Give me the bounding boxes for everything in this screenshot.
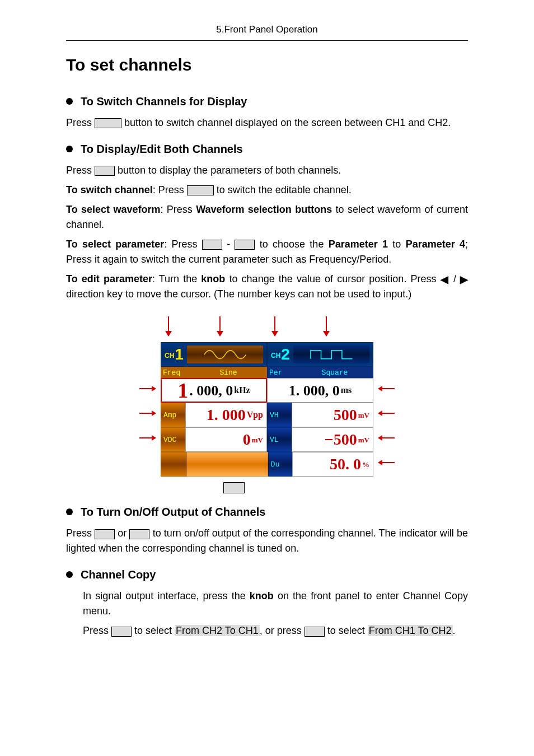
text-bold: knob — [250, 590, 274, 601]
arrow-left-icon — [378, 410, 395, 416]
paragraph: Press button to switch channel displayed… — [66, 115, 468, 130]
paragraph: Press to select From CH2 To CH1, or pres… — [83, 623, 468, 638]
paragraph: In signal output interface, press the kn… — [83, 589, 468, 619]
unit: mV — [358, 435, 369, 446]
text: In signal output interface, press the — [83, 590, 250, 601]
paragraph: Press or to turn on/off output of the co… — [66, 526, 468, 556]
lcd-screen: CH1 CH2 Freq Sine — [161, 342, 373, 477]
arrow-right-icon — [139, 410, 156, 416]
arrow-left-icon — [378, 460, 395, 465]
empty-cell — [161, 452, 186, 477]
ch1-freq-label: Freq — [161, 367, 190, 378]
button-placeholder — [187, 185, 214, 195]
empty-cell — [186, 452, 268, 477]
text: : Press — [160, 204, 196, 215]
text: button to switch channel displayed on th… — [121, 117, 451, 128]
text-bold: To edit parameter — [66, 273, 152, 284]
square-icon — [297, 348, 366, 361]
text: . — [453, 625, 456, 636]
arrow-right-icon — [139, 386, 156, 391]
button-placeholder — [223, 482, 245, 493]
arrow-down-icon — [271, 316, 278, 337]
ch1-vdc-label: VDC — [161, 427, 185, 452]
text-bold: Parameter 4 — [406, 239, 465, 250]
breadcrumb: 5.Front Panel Operation — [66, 22, 468, 37]
paragraph: To select waveform: Press Waveform selec… — [66, 202, 468, 232]
lcd-figure: CH1 CH2 Freq Sine — [144, 316, 390, 493]
text: to select — [325, 625, 368, 636]
text: 50. 0 — [330, 452, 361, 476]
text: −500 — [325, 428, 357, 451]
button-placeholder — [95, 118, 121, 128]
text: - — [222, 239, 235, 250]
lcd-row-freq: 1. 000, 0kHz 1. 000, 0ms — [161, 378, 373, 403]
text: Press — [66, 165, 95, 176]
text: : Press — [164, 239, 202, 250]
ch2-vl-value: −500mV — [292, 427, 373, 452]
text: Press — [66, 117, 95, 128]
text-highlight: From CH1 To CH2 — [368, 625, 453, 636]
divider — [66, 40, 468, 41]
ch2-wave-preview — [293, 346, 369, 363]
text-bold: Parameter 1 — [329, 239, 388, 250]
text: Press — [83, 625, 111, 636]
text: direction key to move the cursor. (The n… — [66, 288, 411, 300]
ch2-per-label: Per — [267, 367, 296, 378]
lcd-row-du: Du 50. 0% — [161, 452, 373, 477]
paragraph: To switch channel: Press to switch the e… — [66, 183, 468, 198]
button-placeholder — [95, 529, 115, 539]
ch2-wave-name: Square — [296, 367, 373, 378]
text-highlight: From CH2 To CH1 — [175, 625, 260, 636]
paragraph: Press button to display the parameters o… — [66, 163, 468, 178]
text: 1. 000, 0 — [289, 380, 340, 402]
heading-text: Channel Copy — [81, 566, 156, 583]
ch1-freq-value: 1. 000, 0kHz — [161, 378, 267, 403]
arrow-down-icon — [323, 316, 330, 337]
arrow-right-icon: ▶ — [460, 273, 468, 284]
ch2-vh-value: 500mV — [292, 403, 373, 427]
unit: Vpp — [247, 408, 263, 422]
button-placeholder — [111, 627, 132, 637]
text: to change the value of cursor position. … — [225, 273, 440, 284]
ch2-per-value: 1. 000, 0ms — [267, 378, 373, 403]
ch2-labels: Per Square — [267, 367, 373, 378]
ch2-badge: CH2 — [271, 348, 290, 361]
lcd-header-row: CH1 CH2 — [161, 342, 373, 367]
lcd-row-amp: Amp 1. 000Vpp VH 500mV — [161, 403, 373, 427]
bullet-icon — [66, 146, 73, 152]
lcd-wavename-row: Freq Sine Per Square — [161, 367, 373, 378]
text: : Turn the — [152, 273, 201, 284]
heading-text: To Turn On/Off Output of Channels — [81, 503, 265, 520]
text-bold: knob — [201, 273, 225, 284]
ch2-header: CH2 — [267, 342, 373, 367]
ch2-vh-label: VH — [267, 403, 292, 427]
text: to — [388, 239, 406, 250]
heading-text: To Switch Channels for Display — [81, 93, 247, 110]
ch2-du-label: Du — [268, 452, 293, 477]
text: : Press — [153, 184, 187, 195]
bullet-icon — [66, 98, 73, 105]
ch1-amp-label: Amp — [161, 403, 185, 427]
section-heading-output: To Turn On/Off Output of Channels — [66, 503, 468, 520]
unit: ms — [341, 384, 352, 397]
text: button to display the parameters of both… — [115, 165, 341, 176]
button-placeholder — [235, 240, 255, 250]
text-bold: To switch channel — [66, 184, 153, 195]
ch2-vl-label: VL — [267, 427, 292, 452]
unit: mV — [358, 410, 369, 421]
text: . 000, 0 — [189, 380, 233, 402]
text: 500 — [334, 403, 357, 427]
ch1-vdc-value: 0mV — [185, 427, 267, 452]
arrow-left-icon — [378, 435, 395, 441]
paragraph: To select parameter: Press - to choose t… — [66, 237, 468, 267]
bullet-icon — [66, 571, 73, 578]
digit-cursor: 1 — [177, 383, 188, 398]
ch1-wave-preview — [187, 346, 263, 363]
sine-icon — [191, 348, 259, 361]
text: 0 — [243, 428, 251, 451]
button-placeholder — [202, 240, 222, 250]
ch1-amp-value: 1. 000Vpp — [185, 403, 267, 427]
text: 1. 000 — [207, 403, 246, 427]
ch1-badge: CH1 — [165, 348, 184, 361]
text: or — [115, 528, 129, 539]
